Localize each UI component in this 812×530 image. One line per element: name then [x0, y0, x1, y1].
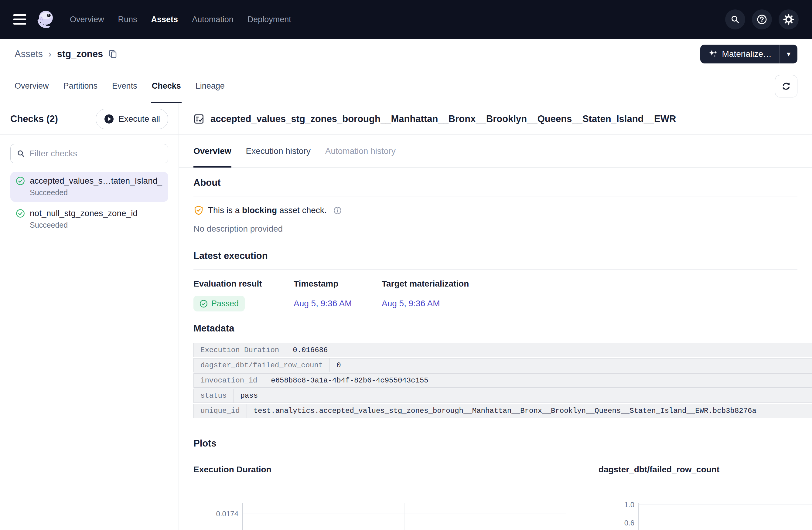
gear-icon: [783, 14, 794, 25]
chevron-down-icon: ▾: [787, 50, 791, 58]
checks-sidebar: Checks (2) Execute all: [0, 103, 179, 530]
breadcrumb-row: Assets › stg_zones Materialize… ▾: [0, 39, 812, 69]
passed-badge: Passed: [193, 296, 245, 311]
metadata-key: status: [194, 389, 233, 402]
chart-title: Execution Duration: [193, 465, 598, 475]
plots-heading: Plots: [193, 438, 797, 457]
page-title: stg_zones: [57, 48, 103, 59]
refresh-icon: [781, 81, 791, 91]
materialize-dropdown-button[interactable]: ▾: [780, 45, 797, 63]
check-success-icon: [200, 299, 208, 308]
sparkle-icon: [708, 49, 718, 59]
metadata-value: test.analytics.accepted_values_stg_zones…: [247, 404, 812, 418]
check-tabs: Overview Execution history Automation hi…: [179, 135, 812, 167]
y-tick-label: 0.0174: [216, 510, 238, 518]
metadata-key: dagster_dbt/failed_row_count: [194, 358, 330, 372]
shield-check-icon: [193, 205, 204, 216]
materialize-split-button: Materialize… ▾: [700, 45, 797, 63]
y-tick-label: 0.6: [624, 519, 634, 527]
metadata-heading: Metadata: [193, 323, 797, 334]
check-status: Succeeded: [30, 221, 163, 230]
settings-button[interactable]: [779, 10, 799, 29]
blocking-check-text: This is a blocking asset check.: [208, 206, 327, 215]
check-name: accepted_values_s…taten_Island_: [30, 176, 163, 186]
nav-overview[interactable]: Overview: [70, 15, 104, 24]
check-success-icon: [16, 176, 25, 186]
tab-events[interactable]: Events: [112, 69, 137, 103]
info-icon[interactable]: [333, 206, 342, 215]
search-button[interactable]: [725, 10, 745, 29]
materialize-button[interactable]: Materialize…: [700, 45, 780, 63]
filter-checks-input[interactable]: [29, 149, 162, 159]
target-materialization-link[interactable]: Aug 5, 9:36 AM: [382, 299, 440, 308]
search-icon: [730, 15, 740, 24]
col-timestamp: Timestamp: [294, 279, 382, 289]
breadcrumb-assets-link[interactable]: Assets: [15, 48, 43, 59]
nav-assets[interactable]: Assets: [151, 15, 178, 24]
check-detail-panel: accepted_values_stg_zones_borough__Manha…: [179, 103, 812, 530]
tab-overview[interactable]: Overview: [15, 69, 49, 103]
col-target-materialization: Target materialization: [382, 279, 469, 289]
metadata-value: 0: [330, 358, 812, 372]
main-nav: Overview Runs Assets Automation Deployme…: [70, 15, 291, 24]
tab-lineage[interactable]: Lineage: [195, 69, 225, 103]
help-icon: [756, 14, 767, 25]
check-tab-execution-history[interactable]: Execution history: [246, 135, 311, 167]
check-name: not_null_stg_zones_zone_id: [30, 208, 163, 218]
metadata-key: invocation_id: [194, 374, 264, 387]
metadata-key: Execution Duration: [194, 343, 286, 357]
no-description-text: No description provided: [193, 224, 797, 234]
table-row: unique_id test.analytics.accepted_values…: [193, 404, 812, 418]
y-tick-label: 1.0: [624, 501, 634, 509]
check-tab-automation-history: Automation history: [325, 135, 396, 167]
metadata-value: pass: [233, 389, 812, 402]
table-row: invocation_id e658b8c8-3a1a-4b4f-82b6-4c…: [193, 373, 812, 388]
table-row: dagster_dbt/failed_row_count 0: [193, 358, 812, 372]
copy-asset-name-button[interactable]: [108, 49, 117, 59]
latest-execution-heading: Latest execution: [193, 250, 797, 269]
copy-icon: [108, 49, 117, 59]
help-button[interactable]: [752, 10, 772, 29]
check-success-icon: [16, 209, 25, 218]
top-navigation: Overview Runs Assets Automation Deployme…: [0, 0, 812, 39]
tab-partitions[interactable]: Partitions: [63, 69, 98, 103]
execution-duration-plot: 0.0174: [193, 503, 598, 530]
execute-all-button[interactable]: Execute all: [96, 109, 168, 129]
nav-runs[interactable]: Runs: [118, 15, 137, 24]
filter-checks-box: [10, 144, 168, 163]
chart-execution-duration: Execution Duration 0.0174: [193, 465, 598, 530]
about-heading: About: [193, 177, 797, 196]
metadata-value: 0.016686: [286, 343, 812, 357]
materialize-label: Materialize…: [722, 49, 772, 59]
table-row: Execution Duration 0.016686: [193, 343, 812, 357]
chart-failed-row-count: dagster_dbt/failed_row_count 1.0 0.6: [598, 465, 812, 530]
metadata-table: Execution Duration 0.016686 dagster_dbt/…: [193, 343, 812, 418]
check-tab-overview[interactable]: Overview: [193, 135, 231, 167]
metadata-value: e658b8c8-3a1a-4b4f-82b6-4c955043c155: [264, 374, 812, 387]
timestamp-link[interactable]: Aug 5, 9:36 AM: [294, 299, 352, 308]
chart-title: dagster_dbt/failed_row_count: [598, 465, 812, 475]
refresh-button[interactable]: [775, 75, 797, 98]
check-list-item-accepted-values[interactable]: accepted_values_s…taten_Island_ Succeede…: [10, 172, 168, 202]
check-status: Succeeded: [30, 188, 163, 197]
checks-count-heading: Checks (2): [10, 114, 58, 124]
search-icon: [17, 149, 25, 158]
checklist-icon: [193, 114, 204, 124]
tab-checks[interactable]: Checks: [152, 69, 181, 103]
table-row: status pass: [193, 388, 812, 403]
nav-automation[interactable]: Automation: [192, 15, 233, 24]
asset-tabs-row: Overview Partitions Events Checks Lineag…: [0, 69, 812, 103]
col-evaluation-result: Evaluation result: [193, 279, 294, 289]
nav-deployment[interactable]: Deployment: [247, 15, 291, 24]
failed-row-count-plot: 1.0 0.6: [598, 501, 812, 530]
play-circle-icon: [104, 114, 114, 124]
metadata-key: unique_id: [194, 404, 247, 418]
check-title: accepted_values_stg_zones_borough__Manha…: [211, 114, 676, 124]
hamburger-menu-icon[interactable]: [13, 14, 26, 25]
check-list-item-not-null[interactable]: not_null_stg_zones_zone_id Succeeded: [10, 204, 168, 234]
dagster-logo[interactable]: [35, 9, 57, 30]
breadcrumb-separator: ›: [48, 48, 52, 59]
